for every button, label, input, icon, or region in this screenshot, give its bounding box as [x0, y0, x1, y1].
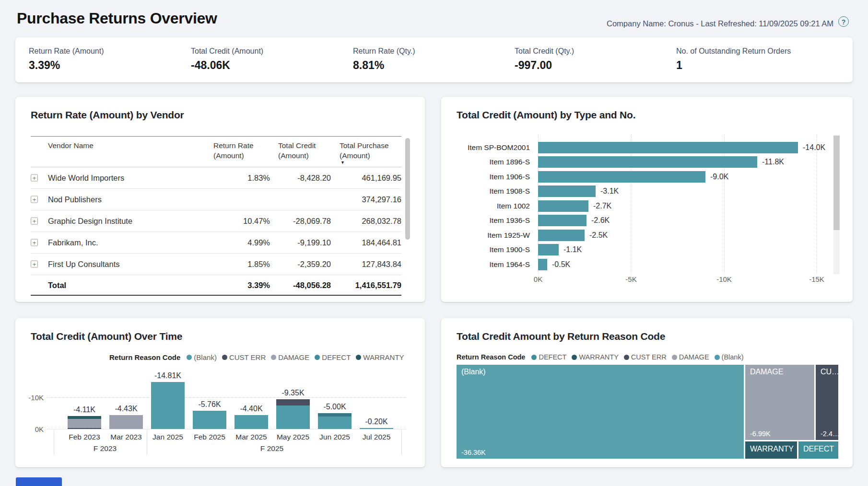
legend-label: CUST ERR — [229, 353, 266, 361]
panel-title: Total Credit (Amount) Over Time — [31, 331, 182, 342]
legend-item-blank[interactable]: (Blank) — [715, 353, 744, 361]
group-label: F 2023 — [94, 444, 117, 453]
treemap-block-value: -6.99K — [750, 430, 771, 438]
kpi-outstanding-return-orders: No. of Outstanding Return Orders 1 — [676, 47, 791, 72]
legend-item-blank[interactable]: (Blank) — [187, 353, 217, 361]
column-header-total-purchase[interactable]: Total Purchase — [340, 140, 389, 150]
segment-blank[interactable] — [276, 405, 310, 429]
page-tab[interactable] — [16, 477, 62, 486]
bar-category: Item 1908-S — [441, 187, 530, 196]
kpi-label: No. of Outstanding Return Orders — [676, 47, 791, 56]
treemap-block-warranty[interactable]: WARRANTY — [745, 441, 797, 459]
bar-category: Item 1936-S — [441, 216, 530, 225]
treemap-block-value: -2.4… — [821, 430, 838, 438]
bar-category: Item 1964-S — [441, 260, 530, 269]
gridline — [47, 397, 407, 398]
segment-blank[interactable] — [193, 411, 226, 429]
legend-item-warranty[interactable]: WARRANTY — [572, 353, 618, 361]
segment-damage[interactable] — [109, 415, 143, 429]
legend-item-cust-err[interactable]: CUST ERR — [222, 353, 266, 361]
table-row[interactable]: + Fabrikam, Inc. 4.99% -9,199.10 184,464… — [31, 232, 401, 254]
vendor-name: Fabrikam, Inc. — [48, 238, 98, 247]
chart-scrollbar[interactable] — [833, 136, 840, 230]
table-row[interactable]: + First Up Consultants 1.85% -2,359.20 1… — [31, 254, 401, 275]
column-header-return-rate[interactable]: Return Rate — [213, 140, 254, 150]
table-header: Vendor Name Return Rate (Amount) Total C… — [31, 136, 401, 167]
segment-blank[interactable] — [235, 415, 268, 429]
column-may-2025[interactable] — [276, 399, 310, 429]
legend-item-damage[interactable]: DAMAGE — [271, 353, 309, 361]
treemap-block-value: -36.36K — [461, 449, 486, 456]
treemap-block-label: WARRANTY — [750, 445, 794, 453]
column-header-total-purchase-2: (Amount) — [340, 150, 370, 161]
legend-item-defect[interactable]: DEFECT — [531, 353, 566, 361]
column-header-total-credit-2: (Amount) — [278, 150, 309, 161]
x-tick: 0K — [534, 275, 542, 283]
bar[interactable] — [538, 215, 586, 226]
return-rate-value: 10.47% — [243, 217, 270, 226]
column-jun-2025[interactable] — [318, 413, 352, 429]
column-jul-2025[interactable] — [360, 428, 393, 429]
treemap-block-cust-err[interactable]: CU… -2.4… — [816, 365, 838, 440]
segment-blank[interactable] — [318, 417, 352, 429]
treemap-block-damage[interactable]: DAMAGE -6.99K — [745, 365, 814, 440]
table-row[interactable]: + Wide World Importers 1.83% -8,428.20 4… — [31, 167, 401, 189]
column-mar-2023[interactable] — [109, 415, 143, 429]
treemap-block-defect[interactable]: DEFECT — [798, 441, 838, 459]
legend: Return Reason Code DEFECT WARRANTY CUST … — [457, 353, 744, 361]
legend-dot-icon — [624, 355, 629, 360]
total-purchase-value: 184,464.81 — [362, 238, 401, 247]
legend-item-defect[interactable]: DEFECT — [315, 353, 351, 361]
table-row[interactable]: + Nod Publishers 374,297.16 — [31, 189, 401, 210]
column-feb-2023[interactable] — [68, 416, 101, 429]
x-tick: -5K — [625, 275, 636, 283]
table-row[interactable]: + Graphic Design Institute 10.47% -28,06… — [31, 210, 401, 232]
bar[interactable] — [538, 156, 757, 168]
segment-blank[interactable] — [360, 428, 393, 429]
x-tick: Mar 2025 — [235, 433, 267, 441]
expand-icon[interactable]: + — [31, 196, 38, 203]
segment-damage[interactable] — [68, 419, 101, 428]
vendor-name: First Up Consultants — [48, 260, 119, 269]
bar[interactable] — [538, 230, 585, 241]
legend-dot-icon — [222, 355, 227, 360]
column-mar-2025[interactable] — [235, 415, 268, 429]
legend-dot-icon — [715, 355, 720, 360]
total-purchase-value: 127,843.84 — [362, 260, 401, 269]
legend-item-warranty[interactable]: WARRANTY — [356, 353, 404, 361]
help-icon[interactable]: ? — [838, 16, 849, 27]
legend-item-cust-err[interactable]: CUST ERR — [624, 353, 667, 361]
bar[interactable] — [538, 142, 798, 153]
bar[interactable] — [538, 171, 705, 183]
bar-category: Item 1896-S — [441, 158, 530, 166]
column-header-vendor[interactable]: Vendor Name — [48, 140, 94, 150]
expand-icon[interactable]: + — [31, 261, 38, 268]
segment-cust-err[interactable] — [276, 399, 310, 405]
expand-icon[interactable]: + — [31, 239, 38, 246]
column-value: -0.20K — [365, 417, 387, 426]
legend: Return Reason Code (Blank) CUST ERR DAMA… — [109, 353, 404, 361]
expand-icon[interactable]: + — [31, 174, 38, 182]
treemap-block-label: CU… — [821, 368, 838, 376]
bar[interactable] — [538, 185, 596, 197]
bar-value: -3.1K — [600, 187, 619, 196]
table-scrollbar[interactable] — [405, 138, 410, 240]
legend-item-damage[interactable]: DAMAGE — [672, 353, 709, 361]
bar[interactable] — [538, 200, 588, 212]
treemap-block-blank[interactable]: (Blank) -36.36K — [457, 365, 744, 459]
kpi-value: 1 — [676, 59, 791, 72]
sort-descending-icon[interactable]: ▼ — [340, 160, 345, 165]
segment-blank[interactable] — [151, 382, 185, 429]
segment-cust-err[interactable] — [68, 428, 101, 429]
column-jan-2025[interactable] — [151, 382, 185, 429]
column-header-total-credit[interactable]: Total Credit — [278, 140, 316, 150]
column-feb-2025[interactable] — [193, 411, 226, 429]
expand-icon[interactable]: + — [31, 218, 38, 225]
total-purchase-value: 374,297.16 — [362, 195, 401, 204]
x-tick: Mar 2023 — [110, 433, 141, 441]
segment-defect[interactable] — [318, 413, 352, 417]
x-tick: May 2025 — [277, 433, 309, 441]
bar[interactable] — [538, 259, 547, 270]
total-purchase-value: 268,032.78 — [362, 217, 401, 226]
bar[interactable] — [538, 244, 559, 255]
